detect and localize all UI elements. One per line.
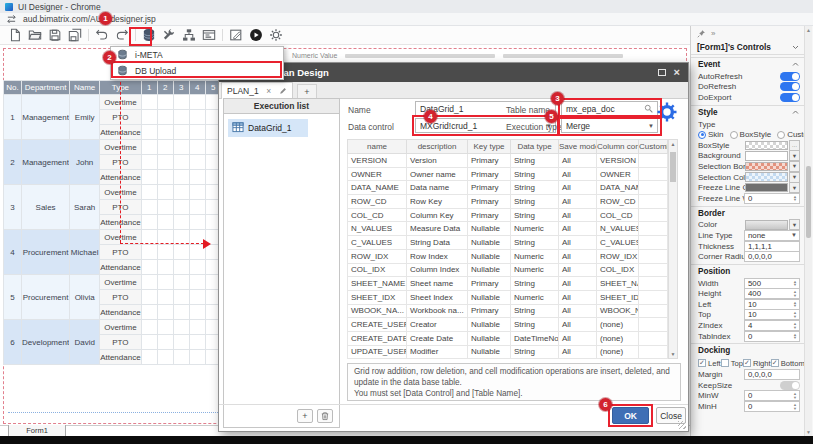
toggle-doexport[interactable]: [780, 93, 800, 102]
grid-cell[interactable]: [639, 236, 668, 250]
grid-cell[interactable]: String: [511, 236, 559, 250]
grid-cell[interactable]: [639, 222, 668, 236]
hierarchy-icon[interactable]: [179, 27, 199, 44]
grid-cell[interactable]: SHEET_IDX: [597, 290, 639, 304]
grid-cell[interactable]: String: [511, 195, 559, 209]
value-cell[interactable]: [157, 305, 173, 320]
grid-row[interactable]: UPDATE_USERModifierNullableStringAll(non…: [348, 345, 668, 359]
table-name-input[interactable]: mx_epa_doc: [561, 101, 658, 116]
spinner-minw[interactable]: 0▲▼: [744, 390, 800, 401]
radio-custom[interactable]: Custom: [777, 130, 805, 139]
delete-plan-button[interactable]: [317, 409, 333, 423]
grid-cell[interactable]: String: [511, 277, 559, 291]
save-icon[interactable]: [45, 27, 65, 44]
grid-cell[interactable]: (none): [597, 345, 639, 359]
grid-row[interactable]: WBOOK_NA...Workbook na...PrimaryStringAl…: [348, 304, 668, 318]
grid-cell[interactable]: SHEET_NAME: [597, 277, 639, 291]
grid-cell[interactable]: String: [511, 345, 559, 359]
grid-cell[interactable]: [639, 208, 668, 222]
value-cell[interactable]: [189, 290, 205, 305]
settings-gear-icon[interactable]: [656, 101, 678, 123]
run-icon[interactable]: [246, 27, 266, 44]
grid-cell[interactable]: Modifier: [407, 345, 468, 359]
grid-cell[interactable]: ROW_CD: [597, 195, 639, 209]
grid-cell[interactable]: Primary: [468, 208, 511, 222]
swatch-freeze-line-color[interactable]: [745, 183, 788, 193]
value-cell[interactable]: [173, 245, 189, 260]
spinner-arrows-icon[interactable]: ▲▼: [793, 403, 797, 410]
value-cell[interactable]: [141, 320, 157, 335]
value-cell[interactable]: [173, 110, 189, 125]
grid-cell[interactable]: Measure Data: [407, 222, 468, 236]
grid-cell[interactable]: SHEET_NAME: [348, 277, 407, 291]
grid-row[interactable]: ROW_CDRow KeyPrimaryStringAllROW_CD: [348, 195, 668, 209]
swatch-color[interactable]: [745, 220, 788, 230]
grid-cell[interactable]: CREATE_DATE: [348, 331, 407, 345]
save-all-icon[interactable]: [65, 27, 85, 44]
value-cell[interactable]: [173, 140, 189, 155]
spinner-arrows-icon[interactable]: ▲▼: [793, 301, 797, 308]
value-cell[interactable]: [157, 140, 173, 155]
grid-cell[interactable]: [639, 345, 668, 359]
value-cell[interactable]: [189, 305, 205, 320]
value-cell[interactable]: [141, 170, 157, 185]
value-cell[interactable]: [173, 185, 189, 200]
grid-cell[interactable]: All: [559, 154, 597, 168]
value-cell[interactable]: [157, 245, 173, 260]
grid-cell[interactable]: All: [559, 304, 597, 318]
more-button[interactable]: …: [789, 140, 800, 151]
grid-cell[interactable]: Version: [407, 154, 468, 168]
close-icon[interactable]: ×: [674, 67, 680, 78]
select-line-type[interactable]: none▼: [744, 230, 800, 241]
search-icon[interactable]: [644, 104, 653, 113]
open-folder-icon[interactable]: [25, 27, 45, 44]
dropdown-button[interactable]: ▼: [789, 161, 800, 172]
value-cell[interactable]: [189, 110, 205, 125]
spinner-minh[interactable]: 0▲▼: [744, 401, 800, 412]
value-cell[interactable]: [157, 95, 173, 110]
grid-cell[interactable]: Owner name: [407, 167, 468, 181]
spinner-arrows-icon[interactable]: ▲▼: [793, 311, 797, 318]
grid-cell[interactable]: DATA_NAME: [597, 181, 639, 195]
add-plan-button[interactable]: +: [297, 409, 313, 423]
grid-cell[interactable]: [639, 195, 668, 209]
value-cell[interactable]: [157, 260, 173, 275]
grid-cell[interactable]: DATA_NAME: [348, 181, 407, 195]
checkbox-right[interactable]: ✓Right: [743, 359, 771, 368]
value-cell[interactable]: [157, 275, 173, 290]
grid-cell[interactable]: Column Index: [407, 263, 468, 277]
checkbox-left[interactable]: ✓Left: [698, 359, 721, 368]
value-cell[interactable]: [189, 200, 205, 215]
grid-cell[interactable]: [639, 154, 668, 168]
grid-cell[interactable]: [639, 304, 668, 318]
value-cell[interactable]: [157, 215, 173, 230]
value-cell[interactable]: [157, 155, 173, 170]
grid-cell[interactable]: String: [511, 304, 559, 318]
grid-cell[interactable]: Primary: [468, 195, 511, 209]
value-cell[interactable]: [189, 170, 205, 185]
spinner-top[interactable]: 10▲▼: [744, 309, 800, 320]
grid-cell[interactable]: [639, 167, 668, 181]
grid-scrollbar[interactable]: ▲ ▼: [668, 139, 678, 359]
value-cell[interactable]: [173, 275, 189, 290]
input-margin[interactable]: 0,0,0,0: [744, 369, 800, 380]
value-cell[interactable]: [141, 200, 157, 215]
grid-cell[interactable]: Nullable: [468, 263, 511, 277]
grid-cell[interactable]: [639, 181, 668, 195]
value-cell[interactable]: [189, 185, 205, 200]
grid-cell[interactable]: Primary: [468, 167, 511, 181]
grid-cell[interactable]: Nullable: [468, 318, 511, 332]
value-cell[interactable]: [157, 335, 173, 350]
value-cell[interactable]: [141, 125, 157, 140]
spinner-tabindex[interactable]: 0▲▼: [744, 331, 800, 342]
value-cell[interactable]: [141, 290, 157, 305]
spinner-arrows-icon[interactable]: ▲▼: [793, 280, 797, 287]
dropdown-button[interactable]: ▼: [789, 182, 800, 193]
grid-cell[interactable]: C_VALUES: [597, 236, 639, 250]
grid-cell[interactable]: All: [559, 331, 597, 345]
grid-cell[interactable]: All: [559, 318, 597, 332]
value-cell[interactable]: [173, 320, 189, 335]
value-cell[interactable]: [157, 200, 173, 215]
grid-cell[interactable]: Workbook na...: [407, 304, 468, 318]
grid-cell[interactable]: ROW_IDX: [348, 249, 407, 263]
